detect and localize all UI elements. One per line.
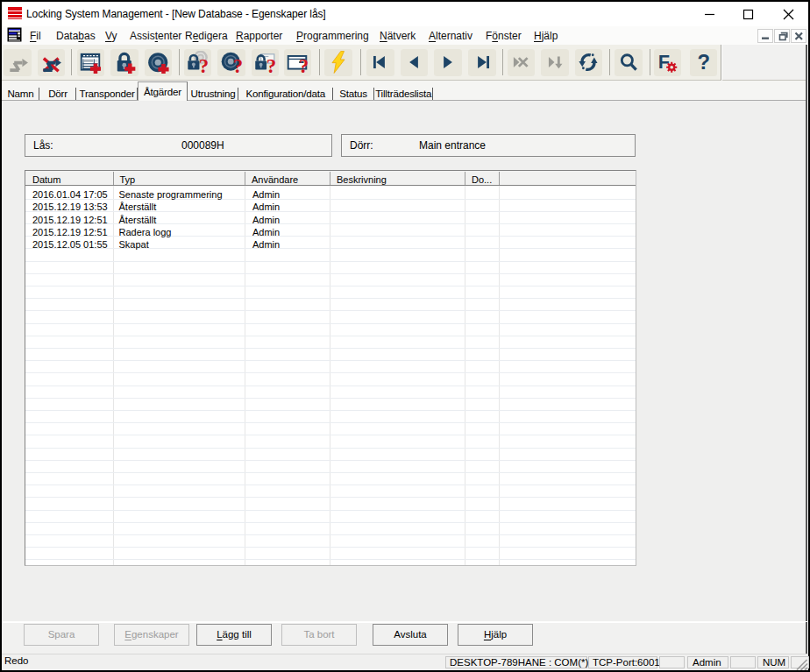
svg-text:?: ? — [698, 51, 711, 74]
svg-text:?: ? — [232, 55, 242, 74]
svg-text:?: ? — [299, 55, 309, 74]
svg-text:?: ? — [266, 55, 276, 74]
svg-text:?: ? — [199, 55, 209, 74]
svg-text:F: F — [658, 51, 670, 73]
